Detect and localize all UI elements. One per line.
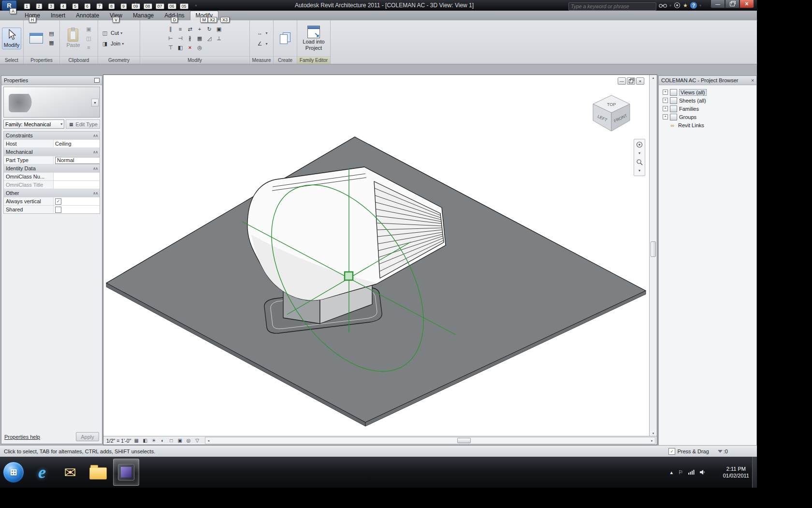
- collapse-other-icon[interactable]: ∧∧: [93, 191, 98, 195]
- panel-caption-create[interactable]: Create: [274, 56, 297, 64]
- panel-caption-clipboard[interactable]: Clipboard: [60, 56, 98, 64]
- offset-icon[interactable]: ≡: [176, 25, 185, 33]
- collapse-mechanical-icon[interactable]: ∧∧: [93, 150, 98, 154]
- project-browser-close-icon[interactable]: ×: [751, 78, 754, 83]
- qat-text-button[interactable]: A09: [130, 0, 142, 10]
- qat-undo-button[interactable]: ↶4: [57, 0, 69, 10]
- network-icon[interactable]: [688, 470, 695, 475]
- qat-thin-lines-button[interactable]: ≡06: [166, 0, 178, 10]
- steering-wheel-icon[interactable]: [635, 141, 644, 148]
- section-header-identity-data[interactable]: Identity Data ∧∧: [4, 164, 100, 173]
- visual-style-icon[interactable]: ◧: [142, 437, 148, 444]
- action-center-icon[interactable]: ⚐: [678, 469, 683, 476]
- horizontal-scrollbar[interactable]: ◂ ▸: [205, 437, 655, 444]
- dimension-button[interactable]: ∠ ▾: [255, 40, 267, 47]
- panel-caption-properties[interactable]: Properties: [24, 56, 59, 64]
- view-close-button[interactable]: ×: [636, 77, 644, 85]
- move-icon[interactable]: +: [195, 25, 204, 33]
- section-header-constraints[interactable]: Constraints ∧∧: [4, 132, 100, 140]
- apply-button[interactable]: Apply: [76, 432, 99, 441]
- panel-caption-geometry[interactable]: Geometry: [98, 56, 140, 64]
- wheel-chevron-icon[interactable]: ▾: [635, 149, 644, 157]
- qat-dimension-button[interactable]: ↔8: [105, 0, 117, 10]
- type-selector-chevron-icon[interactable]: ▾: [91, 99, 99, 106]
- tray-expand-icon[interactable]: ▴: [670, 469, 673, 476]
- join-geometry-button[interactable]: ◨ Join ▾: [101, 40, 124, 47]
- expander-groups-icon[interactable]: +: [663, 114, 668, 120]
- copy-icon[interactable]: ▣: [215, 25, 224, 33]
- filter-funnel-icon[interactable]: [718, 450, 723, 453]
- family-selector-dropdown[interactable]: Family: Mechanical ▾: [3, 120, 64, 129]
- qat-close-hidden-button[interactable]: ⊞05: [178, 0, 190, 10]
- family-category-icon[interactable]: ▦: [47, 39, 56, 47]
- unpin-icon[interactable]: ⊤: [166, 43, 175, 52]
- split-icon[interactable]: ∦: [186, 34, 195, 43]
- region-icon[interactable]: ◎: [195, 43, 204, 52]
- trim-icon[interactable]: ⊢: [166, 34, 175, 43]
- qat-save-button[interactable]: ◫2: [33, 0, 45, 10]
- zoom-icon[interactable]: [635, 158, 644, 165]
- array-icon[interactable]: ▦: [195, 34, 204, 43]
- qat-tag-button[interactable]: ◇9: [117, 0, 130, 10]
- zoom-chevron-icon[interactable]: ▾: [635, 167, 644, 174]
- omniclass-number-value[interactable]: [54, 173, 100, 180]
- horizontal-scroll-thumb[interactable]: [457, 438, 471, 443]
- show-desktop-button[interactable]: [752, 457, 757, 488]
- show-crop-icon[interactable]: ▣: [176, 437, 183, 444]
- clipboard-copy-icon[interactable]: ▣: [85, 25, 93, 33]
- match-type-icon[interactable]: ◫: [85, 34, 93, 42]
- scale-icon[interactable]: ◿: [205, 34, 214, 43]
- properties-palette-button[interactable]: [28, 31, 45, 45]
- sun-path-icon[interactable]: ☀: [150, 437, 157, 444]
- palette-dock-icon[interactable]: [94, 78, 100, 83]
- host-value[interactable]: Ceiling: [54, 140, 100, 148]
- panel-caption-select[interactable]: Select: [0, 56, 23, 64]
- communication-center-icon[interactable]: [674, 2, 681, 9]
- expander-views-icon[interactable]: +: [663, 90, 668, 95]
- taskbar-clock[interactable]: 2:11 PM 01/02/2011: [723, 465, 749, 479]
- collapse-identity-icon[interactable]: ∧∧: [93, 166, 98, 171]
- expander-families-icon[interactable]: +: [663, 106, 668, 111]
- search-binoculars-icon[interactable]: [659, 2, 667, 9]
- always-vertical-checkbox[interactable]: ✓: [55, 198, 61, 205]
- volume-icon[interactable]: [700, 470, 706, 475]
- properties-help-link[interactable]: Properties help: [4, 434, 40, 440]
- view-scale[interactable]: 1/2" = 1'-0": [106, 438, 131, 444]
- delete-icon[interactable]: ×: [186, 43, 195, 52]
- shadows-icon[interactable]: ◐: [159, 437, 166, 444]
- align-icon[interactable]: ∥: [166, 25, 175, 33]
- load-into-project-button[interactable]: ↘ Load into Project: [301, 24, 326, 52]
- modify-tool-button[interactable]: Modify: [2, 28, 21, 49]
- tab-annotate[interactable]: Annotate: [71, 11, 104, 20]
- panel-caption-family-editor[interactable]: Family Editor: [297, 56, 330, 64]
- properties-palette-header[interactable]: Properties: [1, 76, 102, 85]
- favorites-star-icon[interactable]: ★: [683, 2, 688, 9]
- tree-item-revit-links[interactable]: ∞ Revit Links: [661, 121, 754, 129]
- tab-addins[interactable]: Add-InsD: [159, 11, 189, 20]
- tab-view[interactable]: ViewV: [104, 11, 128, 20]
- expander-sheets-icon[interactable]: +: [663, 98, 668, 103]
- mirror-icon[interactable]: ⇄: [186, 25, 195, 33]
- close-button[interactable]: ×: [740, 0, 754, 8]
- qat-section-button[interactable]: ⊟07: [154, 0, 166, 10]
- shared-checkbox[interactable]: [55, 207, 61, 213]
- paste-button[interactable]: Paste: [64, 27, 82, 49]
- tree-item-views[interactable]: + Views (all): [661, 88, 754, 96]
- press-drag-checkbox[interactable]: ✓: [668, 448, 675, 455]
- qat-sync-button[interactable]: ⇄3: [45, 0, 57, 10]
- start-button[interactable]: ⊞: [3, 462, 24, 483]
- measure-button[interactable]: ↔ ▾: [255, 29, 267, 37]
- create-group-button[interactable]: [278, 31, 292, 45]
- qat-redo-button[interactable]: ↷5: [69, 0, 81, 10]
- panel-caption-measure[interactable]: Measure: [250, 56, 273, 64]
- qat-measure-button[interactable]: ∠7: [93, 0, 105, 10]
- vertical-scroll-thumb[interactable]: [651, 241, 656, 257]
- restore-button[interactable]: [725, 0, 740, 8]
- help-chevron-icon[interactable]: ▾: [699, 2, 701, 9]
- collapse-constraints-icon[interactable]: ∧∧: [93, 134, 98, 138]
- qat-open-button[interactable]: ▭1: [21, 0, 33, 10]
- scroll-left-icon[interactable]: ◂: [205, 439, 211, 443]
- taskbar-item-outlook[interactable]: ✉: [57, 459, 83, 486]
- tree-item-families[interactable]: + Families: [661, 105, 754, 113]
- drawing-area[interactable]: — × TOP LEFT FRONT ▾ ▾: [103, 75, 657, 445]
